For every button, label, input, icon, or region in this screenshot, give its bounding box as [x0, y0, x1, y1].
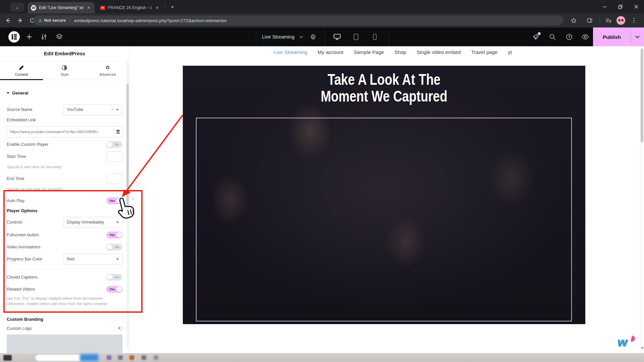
- divider: [7, 269, 122, 269]
- structure-layers-icon[interactable]: [56, 33, 63, 41]
- not-secure-badge[interactable]: Not secure: [44, 18, 66, 23]
- document-switcher[interactable]: Live Streaming: [262, 27, 303, 46]
- elementor-logo[interactable]: [8, 31, 20, 43]
- tab-advanced[interactable]: Advanced: [86, 61, 129, 80]
- tab-divider: [165, 4, 165, 9]
- tab-search-button[interactable]: ⌄: [10, 3, 24, 11]
- tab-close-icon[interactable]: ✕: [86, 5, 91, 10]
- start-button[interactable]: [3, 355, 12, 361]
- browser-menu-kebab-icon[interactable]: [630, 16, 638, 24]
- progress-bar-color-select[interactable]: Red: [63, 254, 122, 265]
- auto-play-toggle[interactable]: Yes: [106, 197, 122, 204]
- site-settings-sliders-icon[interactable]: [40, 33, 48, 41]
- field-source-name: Source Name YouTube ×: [7, 104, 122, 115]
- browser-tab-inactive[interactable]: FRANCE 24 English – LIVE – Inte ✕: [97, 2, 163, 13]
- page-scrollbar-thumb[interactable]: [641, 49, 643, 142]
- select-value: Display immediately: [67, 220, 116, 225]
- controls-select[interactable]: Display immediately: [63, 217, 122, 228]
- watermark-crescent: [631, 336, 636, 342]
- window-restore-button[interactable]: [612, 0, 628, 13]
- add-element-icon[interactable]: [25, 33, 33, 41]
- toggle-state: Yes: [109, 233, 115, 237]
- chevron-down-icon: [299, 36, 303, 38]
- field-custom-logo: Custom Logo: [7, 325, 122, 332]
- source-name-select[interactable]: YouTube ×: [63, 104, 122, 115]
- video-annotations-toggle[interactable]: No: [106, 244, 122, 250]
- taskbar-app-icon[interactable]: [107, 355, 111, 360]
- nav-yt[interactable]: yt: [508, 49, 512, 55]
- gear-icon: [105, 65, 110, 70]
- window-close-button[interactable]: [628, 0, 644, 13]
- field-progress-bar-color: Progress Bar Color Red: [7, 253, 122, 265]
- field-label: Start Time: [7, 154, 26, 159]
- nav-live-streaming[interactable]: Live Streaming: [274, 49, 307, 55]
- start-time-input[interactable]: [107, 152, 122, 162]
- custom-branding-heading: Custom Branding: [7, 316, 122, 322]
- section-general[interactable]: General: [7, 90, 28, 96]
- select-caret-icon: [116, 258, 119, 260]
- nav-single-video-embed[interactable]: Single video embed: [417, 49, 461, 55]
- tab-close-icon[interactable]: ✕: [155, 5, 160, 10]
- clear-icon[interactable]: ×: [111, 107, 113, 112]
- preview-eye-icon[interactable]: [582, 33, 589, 41]
- panel-collapse-handle[interactable]: ‹: [130, 192, 137, 205]
- back-icon[interactable]: [4, 16, 12, 24]
- related-videos-toggle[interactable]: Yes: [106, 286, 122, 293]
- nav-travel-page[interactable]: Travel page: [471, 49, 498, 55]
- field-related-videos: Related Videos Yes: [7, 284, 122, 295]
- window-minimize-button[interactable]: [597, 0, 612, 13]
- custom-logo-media-box[interactable]: [7, 335, 122, 353]
- device-mobile-icon[interactable]: [370, 27, 380, 46]
- side-panel-icon[interactable]: [586, 16, 594, 24]
- finder-search-icon[interactable]: [549, 33, 556, 41]
- scrollbar-down-arrow[interactable]: [641, 347, 644, 349]
- taskbar-app-icon[interactable]: [118, 355, 123, 360]
- device-tablet-icon[interactable]: [351, 27, 361, 46]
- enable-custom-player-toggle[interactable]: No: [106, 141, 122, 148]
- url-bar[interactable]: ⚠ Not secure embedpress-tuitorial.local/…: [34, 15, 564, 25]
- taskbar-app-icon[interactable]: [154, 355, 158, 360]
- tab-label: Advanced: [99, 72, 116, 76]
- browser-tab-active[interactable]: W Edit "Live Streaming" with Elem ✕: [28, 2, 95, 13]
- forward-icon[interactable]: [16, 16, 24, 24]
- taskbar-app-icon[interactable]: [142, 355, 146, 360]
- nav-my-account[interactable]: My account: [318, 49, 343, 55]
- youtube-favicon-icon: [100, 6, 105, 10]
- publish-button[interactable]: Publish: [593, 27, 631, 46]
- whats-new-megaphone-icon[interactable]: [533, 33, 540, 41]
- toggle-knob: [116, 287, 122, 292]
- fullscreen-toggle[interactable]: Yes: [106, 232, 122, 238]
- player-options-heading: Player Options: [7, 208, 122, 213]
- profile-avatar[interactable]: [616, 16, 625, 25]
- panel-tabs: Content Style Advanced: [0, 61, 129, 80]
- nav-sample-page[interactable]: Sample Page: [354, 49, 384, 55]
- tab-content[interactable]: Content: [0, 61, 43, 80]
- elementor-top-bar: Live Streaming ?: [0, 27, 644, 46]
- embedded-video-widget[interactable]: [196, 118, 572, 321]
- ai-sparkle-icon[interactable]: [117, 326, 122, 331]
- publish-options-chevron[interactable]: [631, 27, 644, 46]
- toggle-state: Yes: [109, 199, 115, 202]
- windows-taskbar[interactable]: [0, 353, 644, 362]
- field-embedded-link: https://www.youtube.com/watch?v=Ap-UM1O9…: [7, 126, 122, 137]
- embedded-link-input[interactable]: https://www.youtube.com/watch?v=Ap-UM1O9…: [7, 126, 114, 137]
- tab-style[interactable]: Style: [43, 61, 86, 80]
- document-settings-gear-icon[interactable]: [309, 33, 317, 41]
- closed-captions-toggle[interactable]: No: [106, 274, 122, 281]
- field-enable-custom-player: Enable Custom Player No: [7, 139, 122, 150]
- dynamic-source-button[interactable]: [114, 126, 122, 137]
- publish-label: Publish: [603, 34, 621, 40]
- tab-title: FRANCE 24 English – LIVE – Inte: [108, 5, 152, 10]
- end-time-input[interactable]: [107, 174, 122, 184]
- bookmark-star-icon[interactable]: [570, 16, 578, 24]
- taskbar-app-icon[interactable]: [129, 355, 134, 360]
- end-time-help: Specify an end time (in seconds): [7, 186, 122, 192]
- media-queue-icon[interactable]: [604, 16, 612, 24]
- help-icon[interactable]: ?: [566, 33, 573, 41]
- chevron-down-icon: [635, 36, 640, 38]
- device-desktop-icon[interactable]: [332, 27, 342, 46]
- new-tab-button[interactable]: +: [168, 3, 176, 11]
- panel-scrollbar-thumb[interactable]: [126, 84, 129, 215]
- publish-button-group: Publish: [593, 27, 644, 46]
- nav-shop[interactable]: Shop: [394, 49, 406, 55]
